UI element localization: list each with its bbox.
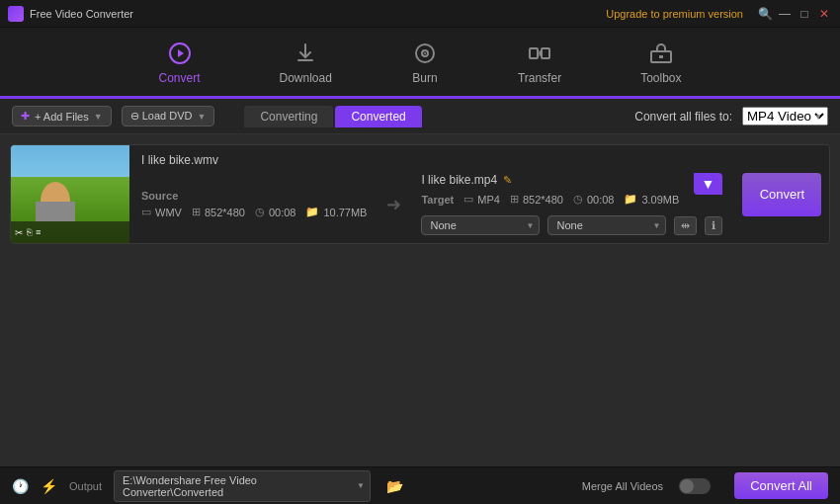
nav-download-label: Download [280,71,332,85]
target-size: 📁 3.09MB [624,193,679,206]
effect-merge-icon[interactable]: ⇹ [674,216,697,235]
target-format-icon: ▭ [463,193,473,206]
svg-rect-5 [530,48,538,58]
tab-converting[interactable]: Converting [244,106,333,127]
svg-rect-6 [542,48,549,58]
main-content: ✂ ⎘ ≡ I like bike.wmv Source ▭ WMV [0,134,840,475]
toolbox-icon [647,40,675,67]
target-group: I like bike.mp4 ✎ Target ▭ MP4 ⊞ 852*480 [421,173,722,235]
nav-transfer-label: Transfer [518,71,561,85]
output-path[interactable]: E:\Wondershare Free Video Converter\Conv… [114,470,371,502]
file-details-row: Source ▭ WMV ⊞ 852*480 ◷ 00:08 [141,173,722,235]
source-group: Source ▭ WMV ⊞ 852*480 ◷ 00:08 [141,190,367,218]
source-label: Source [141,190,367,202]
cut-icon[interactable]: ✂ [15,227,23,238]
nav-convert-label: Convert [158,71,200,85]
nav-toolbox-label: Toolbox [640,71,681,85]
search-icon[interactable]: 🔍 [757,6,773,22]
merge-toggle[interactable] [679,478,711,494]
folder-open-icon[interactable]: 📂 [386,478,403,494]
nav-download[interactable]: Download [270,34,342,91]
target-duration: ◷ 00:08 [573,193,615,206]
copy-icon[interactable]: ⎘ [27,227,32,237]
target-resolution: ⊞ 852*480 [510,193,563,206]
edit-icon[interactable]: ✎ [503,174,512,187]
clock-icon: ◷ [255,206,265,218]
upgrade-link[interactable]: Upgrade to premium version [606,8,743,20]
target-label: Target [421,194,454,206]
svg-point-4 [424,52,426,54]
target-filename: I like bike.mp4 [421,173,497,187]
nav-toolbox[interactable]: Toolbox [630,34,691,91]
effects-row: None None ⇹ ℹ [421,215,722,235]
svg-marker-1 [178,49,184,57]
source-filename: I like bike.wmv [141,153,722,167]
effect2-select-wrap[interactable]: None [547,215,666,235]
format-select[interactable]: MP4 Video [742,107,828,126]
convert-all-button[interactable]: Convert All [734,472,828,499]
effect2-select[interactable]: None [547,215,666,235]
nav-burn-label: Burn [412,71,437,85]
app-icon [8,6,24,22]
tabs: Converting Converted [244,106,421,127]
convert-button[interactable]: Convert [742,173,821,216]
resolution-icon: ⊞ [192,206,201,218]
thumb-controls: ✂ ⎘ ≡ [11,221,129,243]
target-items: Target ▭ MP4 ⊞ 852*480 ◷ 00:08 [421,193,722,206]
target-res-icon: ⊞ [510,193,519,206]
list-icon[interactable]: ≡ [36,227,41,237]
file-item: ✂ ⎘ ≡ I like bike.wmv Source ▭ WMV [10,144,830,244]
format-icon: ▭ [141,206,151,218]
add-files-button[interactable]: ✚ + Add Files ▼ [12,106,112,126]
file-thumbnail: ✂ ⎘ ≡ [11,145,129,243]
app-title: Free Video Converter [30,8,133,20]
merge-all-label: Merge All Videos [582,480,663,492]
status-bar: 🕐 ⚡ Output E:\Wondershare Free Video Con… [0,466,840,504]
nav-transfer[interactable]: Transfer [508,34,571,91]
nav-convert[interactable]: Convert [148,34,210,91]
nav-bar: Convert Download Burn Tran [0,28,840,99]
format-select-wrap[interactable]: MP4 Video [742,107,828,126]
transfer-icon [526,40,553,67]
target-clock-icon: ◷ [573,193,583,206]
effect1-select[interactable]: None [421,215,540,235]
file-info: I like bike.wmv Source ▭ WMV ⊞ 852*480 [129,145,734,243]
source-format: ▭ WMV [141,206,182,218]
flash-icon[interactable]: ⚡ [41,478,57,494]
history-icon[interactable]: 🕐 [12,478,29,494]
target-format-button[interactable]: ▼ [694,173,723,195]
effect1-select-wrap[interactable]: None [421,215,540,235]
effect-info-icon[interactable]: ℹ [705,216,722,235]
load-dvd-dropdown-arrow: ▼ [197,112,206,122]
arrow-separator: ➜ [378,194,409,215]
source-items: ▭ WMV ⊞ 852*480 ◷ 00:08 📁 [141,206,367,218]
minimize-button[interactable]: — [777,6,793,22]
close-button[interactable]: ✕ [816,6,832,22]
output-path-wrap[interactable]: E:\Wondershare Free Video Converter\Conv… [114,470,371,502]
title-right: Upgrade to premium version 🔍 — □ ✕ [606,6,832,22]
folder-icon: 📁 [305,206,319,218]
add-files-dropdown-arrow: ▼ [94,112,103,122]
source-size: 📁 10.77MB [305,206,367,218]
toolbar: ✚ + Add Files ▼ ⊖ Load DVD ▼ Converting … [0,99,840,134]
title-left: Free Video Converter [8,6,133,22]
toggle-knob [680,479,694,493]
target-name-row: I like bike.mp4 ✎ [421,173,722,187]
source-resolution: ⊞ 852*480 [192,206,245,218]
nav-burn[interactable]: Burn [401,34,449,91]
source-duration: ◷ 00:08 [255,206,296,218]
tab-converted[interactable]: Converted [335,106,421,127]
target-folder-icon: 📁 [624,193,637,206]
convert-icon [166,40,194,67]
title-bar: Free Video Converter Upgrade to premium … [0,0,840,28]
svg-rect-8 [659,55,663,58]
maximize-button[interactable]: □ [797,6,812,22]
output-label: Output [69,480,102,492]
burn-icon [411,40,439,67]
convert-all-files-label: Convert all files to: [634,110,732,124]
target-format: ▭ MP4 [463,193,500,206]
load-dvd-button[interactable]: ⊖ Load DVD ▼ [122,106,215,126]
download-icon [292,40,319,67]
